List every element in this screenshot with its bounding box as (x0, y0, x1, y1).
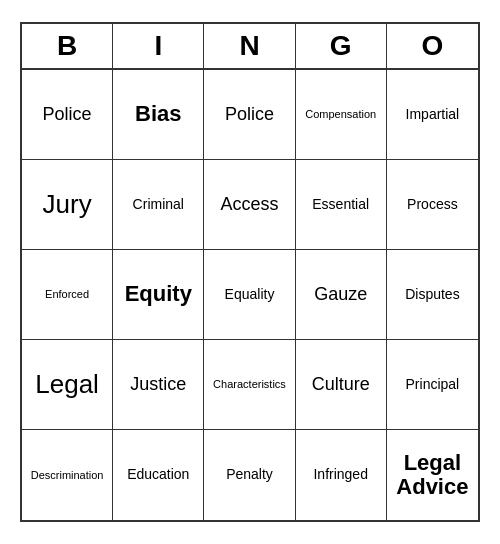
cell-text-r3-c1: Justice (130, 375, 186, 395)
cell-r1-c2: Access (204, 160, 295, 250)
bingo-card: BINGO PoliceBiasPoliceCompensationImpart… (20, 22, 480, 522)
header-letter-b: B (22, 24, 113, 68)
header-letter-i: I (113, 24, 204, 68)
cell-r0-c2: Police (204, 70, 295, 160)
cell-text-r2-c4: Disputes (405, 287, 459, 302)
cell-text-r0-c3: Compensation (305, 108, 376, 120)
cell-text-r1-c0: Jury (43, 190, 92, 219)
cell-text-r2-c0: Enforced (45, 288, 89, 300)
cell-text-r0-c0: Police (43, 105, 92, 125)
cell-r1-c3: Essential (296, 160, 387, 250)
cell-r1-c4: Process (387, 160, 478, 250)
cell-r1-c1: Criminal (113, 160, 204, 250)
header-letter-n: N (204, 24, 295, 68)
cell-r4-c2: Penalty (204, 430, 295, 520)
header-letter-o: O (387, 24, 478, 68)
cell-r3-c4: Principal (387, 340, 478, 430)
cell-r4-c0: Descrimination (22, 430, 113, 520)
bingo-header: BINGO (22, 24, 478, 70)
cell-text-r4-c1: Education (127, 467, 189, 482)
bingo-grid: PoliceBiasPoliceCompensationImpartialJur… (22, 70, 478, 520)
cell-r2-c1: Equity (113, 250, 204, 340)
cell-text-r4-c0: Descrimination (31, 469, 104, 481)
header-letter-g: G (296, 24, 387, 68)
cell-r0-c0: Police (22, 70, 113, 160)
cell-r2-c2: Equality (204, 250, 295, 340)
cell-text-r3-c2: Characteristics (213, 378, 286, 390)
cell-r4-c1: Education (113, 430, 204, 520)
cell-text-r4-c3: Infringed (313, 467, 367, 482)
cell-text-r1-c3: Essential (312, 197, 369, 212)
cell-text-r1-c2: Access (220, 195, 278, 215)
cell-text-r4-c4: Legal Advice (391, 451, 474, 499)
cell-r2-c4: Disputes (387, 250, 478, 340)
cell-r0-c4: Impartial (387, 70, 478, 160)
cell-r2-c0: Enforced (22, 250, 113, 340)
cell-text-r1-c1: Criminal (133, 197, 184, 212)
cell-r3-c1: Justice (113, 340, 204, 430)
cell-r0-c3: Compensation (296, 70, 387, 160)
cell-r3-c3: Culture (296, 340, 387, 430)
cell-text-r3-c4: Principal (406, 377, 460, 392)
cell-text-r0-c4: Impartial (406, 107, 460, 122)
cell-text-r1-c4: Process (407, 197, 458, 212)
cell-text-r4-c2: Penalty (226, 467, 273, 482)
cell-r0-c1: Bias (113, 70, 204, 160)
cell-text-r0-c2: Police (225, 105, 274, 125)
cell-r2-c3: Gauze (296, 250, 387, 340)
cell-text-r3-c0: Legal (35, 370, 99, 399)
cell-r1-c0: Jury (22, 160, 113, 250)
cell-text-r0-c1: Bias (135, 102, 181, 126)
cell-text-r2-c3: Gauze (314, 285, 367, 305)
cell-r4-c4: Legal Advice (387, 430, 478, 520)
cell-r3-c0: Legal (22, 340, 113, 430)
cell-r3-c2: Characteristics (204, 340, 295, 430)
cell-text-r2-c1: Equity (125, 282, 192, 306)
cell-text-r3-c3: Culture (312, 375, 370, 395)
cell-r4-c3: Infringed (296, 430, 387, 520)
cell-text-r2-c2: Equality (225, 287, 275, 302)
